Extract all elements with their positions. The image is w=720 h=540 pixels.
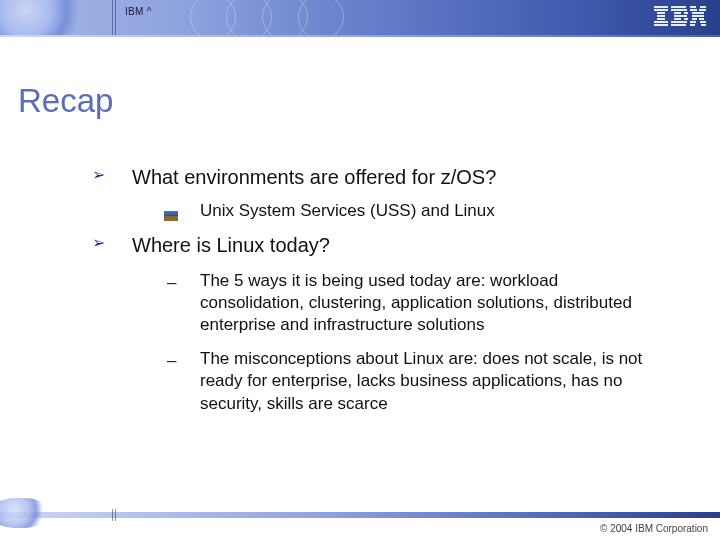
svg-rect-6	[654, 24, 668, 26]
svg-rect-25	[690, 21, 696, 23]
picture-bullet-icon	[164, 205, 178, 227]
svg-rect-28	[701, 24, 706, 26]
svg-rect-27	[690, 24, 695, 26]
copyright-text: © 2004 IBM Corporation	[600, 523, 708, 534]
svg-rect-23	[692, 18, 697, 20]
divider	[112, 0, 113, 35]
ibm-logo-icon	[654, 6, 706, 32]
svg-rect-26	[700, 21, 706, 23]
svg-rect-22	[692, 15, 704, 17]
top-underline	[0, 35, 720, 37]
svg-rect-15	[671, 24, 686, 26]
dash-bullet-icon: –	[167, 272, 176, 294]
svg-rect-12	[674, 18, 681, 20]
arrow-bullet-icon: ➢	[92, 233, 105, 254]
bottom-banner	[0, 512, 720, 518]
list-item-text: Where is Linux today?	[132, 234, 330, 256]
list-item-text: The misconceptions about Linux are: does…	[200, 349, 642, 412]
svg-rect-3	[657, 15, 665, 17]
list-item: – The misconceptions about Linux are: do…	[92, 348, 652, 414]
list-item: ➢ What environments are offered for z/OS…	[92, 164, 652, 190]
globe-graphic	[0, 498, 50, 528]
svg-rect-5	[654, 21, 668, 23]
svg-rect-10	[684, 12, 688, 14]
slide-body: ➢ What environments are offered for z/OS…	[92, 154, 652, 427]
svg-rect-0	[654, 6, 668, 8]
globe-graphic	[0, 0, 92, 35]
dash-bullet-icon: –	[167, 350, 176, 372]
svg-rect-8	[671, 9, 687, 11]
svg-rect-1	[654, 9, 668, 11]
list-item-text: The 5 ways it is being used today are: w…	[200, 271, 632, 334]
svg-rect-2	[657, 12, 665, 14]
svg-rect-21	[698, 12, 704, 14]
svg-rect-18	[690, 9, 697, 11]
svg-rect-14	[671, 21, 687, 23]
decorative-circles	[200, 0, 344, 35]
svg-rect-11	[674, 15, 687, 17]
list-item: ➢ Where is Linux today?	[92, 232, 652, 258]
divider	[115, 0, 116, 35]
svg-rect-20	[692, 12, 698, 14]
list-item-text: Unix System Services (USS) and Linux	[200, 201, 495, 220]
header-tag: IBM ^	[125, 6, 152, 17]
svg-rect-19	[699, 9, 706, 11]
svg-rect-9	[674, 12, 681, 14]
svg-rect-16	[690, 6, 696, 8]
svg-rect-7	[671, 6, 686, 8]
svg-rect-24	[699, 18, 704, 20]
arrow-bullet-icon: ➢	[92, 165, 105, 186]
top-banner: IBM ^	[0, 0, 720, 35]
list-item: Unix System Services (USS) and Linux	[92, 200, 652, 222]
slide: IBM ^	[0, 0, 720, 540]
list-item-text: What environments are offered for z/OS?	[132, 166, 496, 188]
svg-rect-17	[700, 6, 706, 8]
divider	[112, 509, 113, 521]
svg-rect-4	[657, 18, 665, 20]
slide-title: Recap	[18, 82, 113, 120]
list-item: – The 5 ways it is being used today are:…	[92, 270, 652, 336]
svg-rect-13	[684, 18, 688, 20]
divider	[115, 509, 116, 521]
